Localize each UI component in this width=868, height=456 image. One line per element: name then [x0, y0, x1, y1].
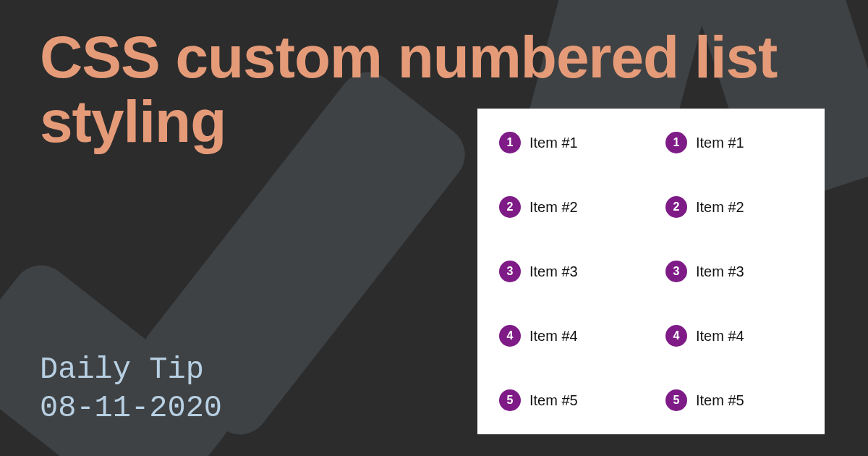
list-item-text: Item #4 [529, 328, 578, 345]
list-item-text: Item #3 [696, 263, 744, 280]
list-bullet: 1 [665, 132, 687, 153]
list-item: 1 Item #1 [665, 132, 803, 153]
meta-block: Daily Tip 08-11-2020 [40, 351, 222, 427]
list-bullet: 1 [499, 132, 521, 153]
list-item: 2 Item #2 [499, 196, 637, 218]
list-bullet: 3 [499, 261, 521, 282]
list-item: 3 Item #3 [499, 261, 637, 282]
list-item: 4 Item #4 [665, 325, 803, 347]
list-bullet: 4 [499, 325, 521, 347]
list-item-text: Item #5 [696, 392, 744, 409]
list-item: 1 Item #1 [499, 132, 637, 153]
meta-label: Daily Tip [40, 351, 222, 389]
list-item: 3 Item #3 [665, 261, 803, 282]
meta-date: 08-11-2020 [40, 389, 222, 428]
list-item-text: Item #1 [529, 135, 578, 151]
list-bullet: 5 [665, 389, 687, 411]
list-bullet: 2 [499, 196, 521, 218]
list-column-1: 1 Item #1 2 Item #2 3 Item #3 4 Item #4 … [499, 132, 637, 411]
list-item-text: Item #1 [696, 135, 744, 151]
list-column-2: 1 Item #1 2 Item #2 3 Item #3 4 Item #4 … [665, 132, 803, 411]
list-item-text: Item #5 [529, 392, 578, 409]
demo-panel: 1 Item #1 2 Item #2 3 Item #3 4 Item #4 … [477, 109, 825, 434]
list-item: 5 Item #5 [499, 389, 637, 411]
list-bullet: 4 [665, 325, 687, 347]
list-item-text: Item #2 [529, 199, 578, 216]
list-bullet: 3 [665, 261, 687, 282]
list-item: 5 Item #5 [665, 389, 803, 411]
list-item-text: Item #3 [529, 263, 578, 280]
list-item: 2 Item #2 [665, 196, 803, 218]
list-bullet: 2 [665, 196, 687, 218]
list-item-text: Item #2 [696, 199, 744, 216]
list-item-text: Item #4 [696, 328, 744, 345]
list-item: 4 Item #4 [499, 325, 637, 347]
list-bullet: 5 [499, 389, 521, 411]
